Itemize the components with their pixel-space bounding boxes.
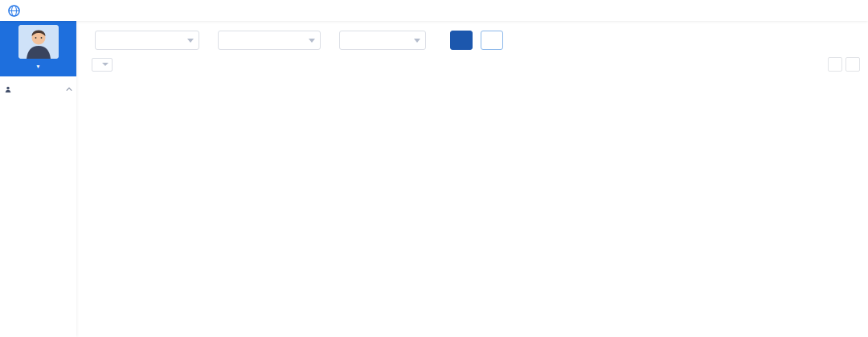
main-content [76, 21, 868, 337]
user-avatar [18, 25, 59, 59]
stage-filter-select[interactable] [95, 31, 199, 50]
chevron-up-icon [66, 87, 72, 92]
chevron-down-icon [309, 39, 315, 43]
prev-page-button[interactable] [828, 57, 842, 72]
pagination-bar [76, 54, 868, 72]
query-button[interactable] [450, 31, 473, 50]
chevron-down-icon [414, 39, 420, 43]
chevron-down-icon [187, 39, 194, 43]
site-logo-icon [8, 5, 20, 17]
sidebar-group-volunteer[interactable] [0, 81, 76, 97]
filter-bar [91, 31, 868, 50]
chevron-down-icon [102, 63, 108, 66]
user-dropdown[interactable]: ▾ [2, 62, 74, 71]
reset-button[interactable] [481, 31, 503, 50]
pagination-controls [825, 57, 860, 72]
school-filter-select[interactable] [339, 31, 426, 50]
sidebar-submenu [0, 97, 76, 99]
next-page-button[interactable] [845, 57, 860, 72]
top-header [0, 0, 868, 21]
sidebar-menu [0, 76, 76, 99]
sidebar: ▾ [0, 21, 76, 337]
pagination-left [88, 58, 126, 72]
page-size-select[interactable] [92, 58, 113, 72]
batch-filter-select[interactable] [218, 31, 321, 50]
person-icon [5, 86, 11, 92]
sidebar-user-panel: ▾ [0, 21, 76, 76]
